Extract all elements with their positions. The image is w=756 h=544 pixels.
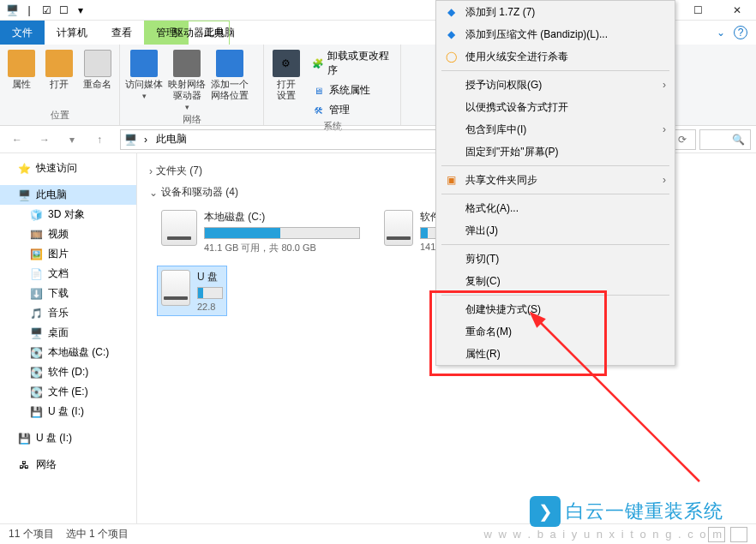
chevron-down-icon: ⌄ — [149, 187, 158, 199]
tree-c[interactable]: 💽本地磁盘 (C:) — [0, 343, 136, 362]
usb-icon: 💾 — [17, 432, 31, 445]
open-settings-button[interactable]: ⚙打开 设置 — [269, 48, 303, 101]
ctx-pin-start[interactable]: 固定到"开始"屏幕(P) — [436, 140, 675, 163]
ctx-copy[interactable]: 复制(C) — [436, 270, 675, 292]
desktop-icon: 🖥️ — [29, 326, 43, 340]
crumb-root[interactable]: › — [142, 134, 149, 146]
nav-recent[interactable]: ▾ — [60, 129, 84, 150]
tab-computer[interactable]: 计算机 — [45, 21, 99, 45]
tree-i[interactable]: 💾U 盘 (I:) — [0, 402, 136, 421]
ctx-huorong[interactable]: ◯使用火绒安全进行杀毒 — [436, 45, 675, 68]
chevron-right-icon: › — [663, 79, 666, 91]
watermark-icon: ❯ — [530, 496, 561, 527]
tab-drive-tools[interactable]: 驱动器工具 — [161, 26, 237, 40]
drive-stat: 22.8 — [197, 302, 223, 312]
pc-icon: 🖥️ — [17, 188, 31, 202]
tree-i2[interactable]: 💾U 盘 (I:) — [0, 428, 136, 448]
ctx-eject[interactable]: 弹出(J) — [436, 219, 675, 242]
ctx-cut[interactable]: 剪切(T) — [436, 248, 675, 270]
ctx-add-zip[interactable]: ◆添加到压缩文件 (Bandizip)(L)... — [436, 23, 675, 45]
chevron-right-icon: › — [663, 123, 666, 135]
manage-button[interactable]: 🛠管理 — [309, 102, 395, 118]
watermark-url: w w w . b a i y u n x i t o n g . c o m — [483, 528, 723, 541]
nav-back[interactable]: ← — [5, 129, 29, 150]
nav-up[interactable]: ↑ — [87, 129, 111, 150]
drive-icon — [384, 210, 413, 246]
chevron-right-icon: › — [149, 165, 153, 177]
crumb-this-pc[interactable]: 此电脑 — [154, 132, 189, 146]
tree-d[interactable]: 💽软件 (D:) — [0, 362, 136, 382]
tree-this-pc[interactable]: 🖥️此电脑 — [0, 185, 136, 205]
nav-forward[interactable]: → — [33, 129, 57, 150]
tree-e[interactable]: 💽文件 (E:) — [0, 382, 136, 402]
ribbon-collapse-icon[interactable]: ⌄ — [717, 27, 725, 39]
close-button[interactable]: ✕ — [717, 0, 756, 21]
view-icons-button[interactable] — [730, 527, 747, 542]
nav-tree: ⭐快速访问 🖥️此电脑 🧊3D 对象 🎞️视频 🖼️图片 📄文档 ⬇️下载 🎵音… — [0, 153, 137, 523]
system-properties-button[interactable]: 🖥系统属性 — [309, 82, 395, 99]
properties-button[interactable]: 属性 — [5, 48, 38, 90]
map-drive-button[interactable]: 映射网络 驱动器▾ — [168, 48, 206, 111]
ctx-portable[interactable]: 以便携式设备方式打开 — [436, 96, 675, 118]
net-icon: 🖧 — [17, 458, 31, 472]
drive-c[interactable]: 本地磁盘 (C:) 41.1 GB 可用，共 80.0 GB — [158, 206, 363, 258]
down-icon: ⬇️ — [29, 287, 43, 301]
qat-sep: | — [22, 3, 36, 17]
rename-button[interactable]: 重命名 — [81, 48, 114, 90]
access-media-button[interactable]: 访问媒体▾ — [125, 48, 163, 100]
app-icon: 🖥️ — [5, 3, 19, 17]
status-item-count: 11 个项目 — [9, 527, 54, 541]
pc-icon: 🖥️ — [124, 134, 137, 146]
maximize-button[interactable]: ☐ — [679, 0, 717, 21]
drive-name: 本地磁盘 (C:) — [204, 210, 360, 224]
music-icon: 🎵 — [29, 307, 43, 320]
video-icon: 🎞️ — [29, 228, 43, 242]
add-net-location-button[interactable]: 添加一个 网络位置 — [211, 48, 249, 101]
tab-view[interactable]: 查看 — [99, 21, 144, 45]
drive-icon: 💽 — [29, 366, 43, 380]
cube-icon: 🧊 — [29, 208, 43, 222]
tree-pictures[interactable]: 🖼️图片 — [0, 244, 136, 264]
help-icon[interactable]: ? — [734, 26, 747, 39]
usage-bar — [197, 287, 223, 299]
ctx-sync[interactable]: ▣共享文件夹同步› — [436, 169, 675, 191]
uninstall-button[interactable]: 🧩卸载或更改程序 — [309, 48, 395, 79]
sync-icon: ▣ — [443, 172, 459, 188]
qat-dropdown[interactable]: ▾ — [74, 3, 87, 17]
tree-music[interactable]: 🎵音乐 — [0, 303, 136, 323]
ctx-grant-access[interactable]: 授予访问权限(G)› — [436, 74, 675, 96]
ctx-add-to[interactable]: ◆添加到 1.7Z (7) — [436, 1, 675, 23]
ctx-include-lib[interactable]: 包含到库中(I)› — [436, 118, 675, 140]
archive-icon: ◆ — [443, 27, 459, 42]
tree-video[interactable]: 🎞️视频 — [0, 224, 136, 244]
ctx-format[interactable]: 格式化(A)... — [436, 197, 675, 219]
search-box[interactable]: 🔍 — [699, 129, 751, 150]
tree-desktop[interactable]: 🖥️桌面 — [0, 323, 136, 343]
group-location-label: 位置 — [0, 107, 119, 125]
drive-icon: 💽 — [29, 386, 43, 399]
tree-downloads[interactable]: ⬇️下载 — [0, 284, 136, 303]
archive-icon: ◆ — [443, 4, 459, 20]
tree-documents[interactable]: 📄文档 — [0, 264, 136, 284]
usb-drive-icon — [161, 270, 190, 306]
watermark-text: 白云一键重装系统 — [566, 499, 723, 524]
status-selected: 选中 1 个项目 — [66, 527, 129, 541]
usage-bar — [204, 227, 360, 239]
star-icon: ⭐ — [17, 162, 31, 176]
qat-checkbox1[interactable]: ☑ — [39, 3, 53, 17]
quick-access-toolbar: 🖥️ | ☑ ☐ ▾ — [0, 3, 93, 17]
open-button[interactable]: 打开 — [43, 48, 75, 90]
drive-icon: 💽 — [29, 346, 43, 360]
tree-network[interactable]: 🖧网络 — [0, 455, 136, 475]
tree-quick-access[interactable]: ⭐快速访问 — [0, 158, 136, 178]
qat-checkbox2[interactable]: ☐ — [57, 3, 70, 17]
tree-3d[interactable]: 🧊3D 对象 — [0, 205, 136, 224]
chevron-right-icon: › — [663, 174, 666, 186]
doc-icon: 📄 — [29, 267, 43, 281]
drive-icon — [161, 210, 197, 246]
tab-file[interactable]: 文件 — [0, 21, 45, 45]
drive-i[interactable]: U 盘 22.8 — [158, 266, 226, 315]
group-network-label: 网络 — [120, 111, 263, 129]
usb-icon: 💾 — [29, 405, 43, 419]
shield-icon: ◯ — [443, 49, 459, 64]
